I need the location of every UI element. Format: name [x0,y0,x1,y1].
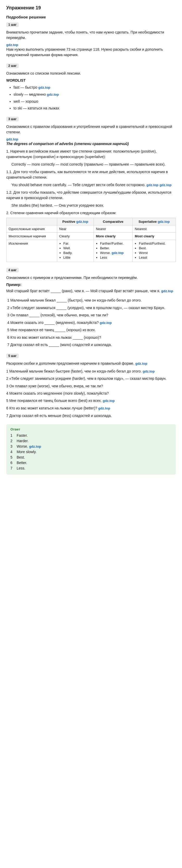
s4-3: 3 Он плавал _____ (плохой), чем обычно, … [6,312,176,318]
answer-3: 3 Worse. gdz.top [10,444,172,448]
table-row-1: Односложные наречия Near Nearer Nearest [6,225,176,232]
step-1-para-1: Внимательно прочитаем задание, чтобы пон… [6,30,176,40]
watermark-11: gdz.top [100,321,112,325]
exc-pos-2: Well. [63,246,92,250]
example-text: Мой старший брат встаёт _____ (рано), че… [6,288,176,294]
watermark-2: gdz.top [38,86,50,89]
row3-positive-list: Far. Well. Badly. Little [59,242,92,259]
watermark-6: gdz.top [159,183,171,187]
step-2-badge: 2 шаг [6,63,19,68]
answer-block: Ответ 1 Faster. 2 Harder. 3 Worse. gdz.t… [6,424,176,475]
table-header-positive: Positive gdz.top [57,218,94,225]
row1-positive: Near [57,225,94,232]
s5-3: 3 Он плавал хуже (worse), чем обычно, вч… [6,383,176,389]
step-3: 3 шаг Ознакомимся с правилом образования… [6,117,176,262]
s4-7: 7 Доктор сказал ей есть _____ (мало) сла… [6,342,176,347]
step-3-example-1: Correctly — more correctly — most correc… [11,162,176,167]
step-4-sentences: 1 Маленький мальчик бежал _____ (быстро)… [6,298,176,347]
row1-superlative: Nearest [132,225,176,232]
row3-type: Исключения [6,240,57,262]
row3-comparative-list: Farther/Further. Better. Worse. gdz.top … [96,242,130,259]
word-item-1: fast — быстро gdz.top [13,85,176,90]
watermark-10: gdz.top [161,289,173,293]
exc-sup-4: Least [139,255,174,259]
row3-superlative: Farthest/Furthest. Best. Worst Least [132,240,176,262]
table-header-type [6,218,57,225]
s4-1: 1 Маленький мальчик бежал _____ (быстро)… [6,298,176,303]
step-3-intro: Ознакомимся с правилом образования и упо… [6,124,176,135]
row1-type: Односложные наречия [6,225,57,232]
answer-list: 1 Faster. 2 Harder. 3 Worse. gdz.top 4 M… [10,433,172,470]
watermark-16: gdz.top [29,444,41,448]
table-header-superlative: Superlative gdz.top [132,218,176,225]
s5-1: 1 Маленький мальчик бежал быстрее (faste… [6,368,176,374]
s4-6: 6 Кто из вас может кататься на лыжах ___… [6,335,176,340]
exc-comp-1: Farther/Further. [100,242,130,245]
row2-superlative: Most clearly [132,232,176,240]
row3-positive: Far. Well. Badly. Little [57,240,94,262]
step-5-intro: Раскроем скобки и дополним предложения н… [6,361,176,366]
watermark-5: gdz.top [146,183,158,187]
step-5-badge: 5 шаг [6,353,19,358]
step-3-rule-1-2: 1.2. Для того чтобы показать, что действ… [6,190,176,201]
step-4: 4 шаг Ознакомимся с примером и предложен… [6,268,176,347]
exc-sup-3: Worst [139,251,174,255]
watermark-15: gdz.top [98,406,110,410]
step-3-example-1-1: You should behave more carefully. — Тебе… [11,182,176,188]
watermark-8: gdz.top [157,220,170,223]
exc-sup-1: Farthest/Furthest. [139,242,174,245]
s5-5: 5 Мне понравился её танец больше всего (… [6,398,176,404]
answer-6: 6 Better. [10,461,172,465]
watermark-4: gdz.top [6,137,18,141]
step-4-badge: 4 шаг [6,268,19,273]
answer-7: 7 Less. [10,466,172,470]
page-title: Упражнение 19 [6,5,176,11]
exc-comp-4: Less [100,255,130,259]
watermark-7: gdz.top [76,220,88,223]
row2-comparative: More clearly [94,232,132,240]
s5-4: 4 Можете сказать это медленнее (more slo… [6,391,176,396]
example-block: Пример: Мой старший брат встаёт _____ (р… [6,283,176,294]
solution-title: Подробное решение [6,15,176,19]
row2-type: Многосложные наречия [6,232,57,240]
answer-5: 5 Best. [10,455,172,459]
watermark-9: gdz.top [112,251,123,255]
exc-pos-3: Badly. [63,251,92,255]
s4-2: 2 «Тебе следует заниматься _____ (усердн… [6,305,176,311]
table-header-comparative: Comparative [94,218,132,225]
step-3-rule-1-1: 1.1. Для того чтобы сравнить, как выполн… [6,169,176,180]
s5-6: 6 Кто из вас может кататься на лыжах луч… [6,405,176,411]
word-item-2: slowly — медленно gdz.top [13,92,176,97]
watermark-13: gdz.top [143,369,155,373]
exc-comp-2: Better. [100,246,130,250]
step-5-sentences: 1 Маленький мальчик бежал быстрее (faste… [6,368,176,419]
step-1-badge: 1 шаг [6,22,19,27]
step-1: 1 шаг Внимательно прочитаем задание, что… [6,22,176,58]
watermark-14: gdz.top [103,399,115,403]
s5-2: 2 «Тебе следует заниматься усерднее (har… [6,376,176,381]
step-3-rule-2: 2. Степени сравнения наречий образуются … [6,210,176,216]
answer-2: 2 Harder. [10,439,172,443]
s5-7: 7 Доктор сказал ей есть меньше (less) сл… [6,413,176,418]
row3-comparative: Farther/Further. Better. Worse. gdz.top … [94,240,132,262]
s4-5: 5 Мне понравился её танец _____ (хорошо)… [6,327,176,333]
table-row-2: Многосложные наречия Clearly More clearl… [6,232,176,240]
degrees-table: Positive gdz.top Comparative Superlative… [6,218,176,262]
rule-title: The degrees of comparison of adverbs (ст… [6,141,176,147]
answer-4: 4 More slowly. [10,450,172,454]
watermark-1: gdz.top [6,43,18,47]
step-3-example-1-2: She studies (the) hardest. — Она учится … [11,203,176,208]
wordlist-title: WORDLIST [6,78,176,83]
row2-positive: Clearly [57,232,94,240]
word-list: fast — быстро gdz.top slowly — медленно … [6,85,176,111]
step-2-intro: Ознакомимся со списком полезной лексики. [6,71,176,76]
step-5: 5 шаг Раскроем скобки и дополним предлож… [6,353,176,419]
step-3-rule-1: 1. Наречия в английском языке имеют три … [6,149,176,160]
exc-pos-4: Little [63,255,92,259]
step-1-para-2: Нам нужно выполнить упражнение 73 на стр… [6,47,176,58]
exc-comp-3: Worse. gdz.top [100,251,130,255]
word-item-4: to ski — кататься на лыжах [13,105,176,111]
exc-sup-2: Best. [139,246,174,250]
answer-1: 1 Faster. [10,433,172,437]
step-3-badge: 3 шаг [6,117,19,121]
